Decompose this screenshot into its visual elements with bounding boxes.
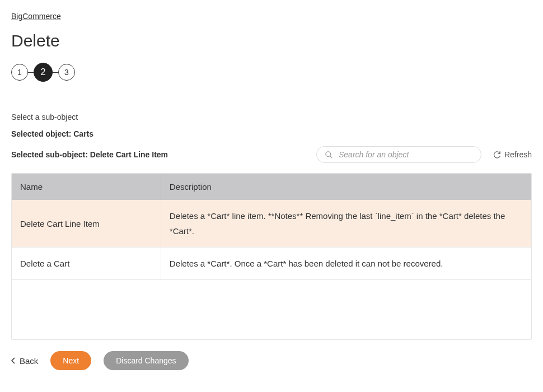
svg-point-0 (326, 151, 331, 156)
svg-line-1 (330, 156, 332, 158)
row-description: Deletes a *Cart* line item. **Notes** Re… (161, 200, 531, 248)
next-button[interactable]: Next (50, 351, 91, 370)
back-label: Back (20, 356, 38, 366)
refresh-button[interactable]: Refresh (493, 150, 532, 159)
step-connector (28, 72, 34, 73)
step-2[interactable]: 2 (34, 63, 53, 82)
info-line: Select a sub-object (11, 113, 532, 122)
refresh-icon (493, 151, 501, 159)
chevron-left-icon (11, 357, 16, 364)
search-input[interactable] (339, 150, 473, 159)
step-connector (53, 72, 58, 73)
table-row[interactable]: Delete Cart Line Item Deletes a *Cart* l… (12, 200, 531, 248)
table-row[interactable]: Delete a Cart Deletes a *Cart*. Once a *… (12, 248, 531, 280)
column-header-description: Description (161, 174, 531, 200)
column-header-name: Name (12, 174, 161, 200)
row-description: Deletes a *Cart*. Once a *Cart* has been… (161, 248, 531, 280)
refresh-label: Refresh (504, 150, 532, 159)
search-box[interactable] (316, 146, 481, 163)
row-name: Delete a Cart (12, 248, 161, 280)
object-table: Name Description Delete Cart Line Item D… (11, 173, 532, 340)
stepper: 1 2 3 (11, 63, 532, 82)
search-icon (325, 151, 333, 159)
page-title: Delete (11, 31, 532, 50)
row-name: Delete Cart Line Item (12, 200, 161, 248)
footer-buttons: Back Next Discard Changes (11, 351, 532, 370)
breadcrumb[interactable]: BigCommerce (11, 12, 61, 21)
back-button[interactable]: Back (11, 356, 38, 366)
step-3[interactable]: 3 (58, 64, 75, 81)
selected-object-label: Selected object: Carts (11, 129, 532, 138)
step-1[interactable]: 1 (11, 64, 28, 81)
selected-subobject-label: Selected sub-object: Delete Cart Line It… (11, 150, 168, 159)
discard-button[interactable]: Discard Changes (104, 351, 188, 370)
